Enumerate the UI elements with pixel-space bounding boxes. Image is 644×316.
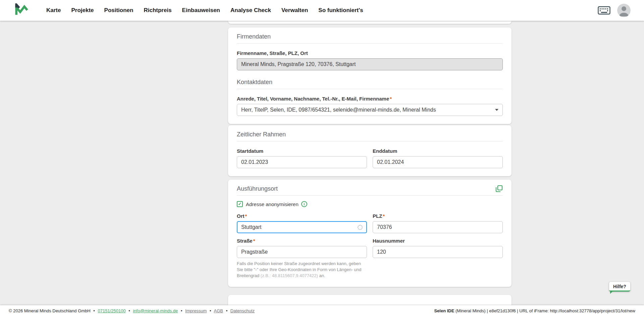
hint-example: (z.B.: 48.8115607,9.4077422): [261, 273, 318, 278]
footer-left: © 2026 Mineral Minds Deutschland GmbH • …: [9, 308, 255, 313]
divider: [237, 141, 503, 141]
footer-agb-link[interactable]: AGB: [214, 308, 223, 313]
mineral-minds-logo[interactable]: [15, 3, 29, 17]
startdatum-input[interactable]: 02.01.2023: [237, 156, 367, 168]
page-content: Firmendaten Firmenname, Straße, PLZ, Ort…: [0, 21, 644, 316]
plz-field: PLZ* 70376: [373, 213, 503, 233]
footer-datenschutz-link[interactable]: Datenschutz: [230, 308, 255, 313]
nav-item-projekte[interactable]: Projekte: [71, 7, 94, 14]
strasse-field: Straße* Pragstraße Falls die Position ke…: [237, 238, 367, 279]
firmenname-label-text: Firmenname, Straße, PLZ, Ort: [237, 50, 308, 56]
hausnummer-field: Hausnummer 120: [373, 238, 503, 279]
required-asterisk: *: [245, 213, 247, 219]
firmenname-label: Firmenname, Straße, PLZ, Ort: [237, 50, 503, 56]
hint-suffix: an.: [318, 273, 325, 278]
kontakt-select[interactable]: Herr, TitelP, Selen, IDE, 0987/654321, s…: [237, 104, 503, 116]
nav-right-actions: [598, 4, 631, 17]
keyboard-icon[interactable]: [598, 6, 610, 15]
separator: •: [210, 308, 211, 313]
footer-phone-link[interactable]: 07151/250100: [98, 308, 126, 313]
footer-email-link[interactable]: info@mineral-minds.de: [133, 308, 178, 313]
nav-item-einbauweisen[interactable]: Einbauweisen: [182, 7, 220, 14]
hausnummer-label: Hausnummer: [373, 238, 503, 244]
footer-iframe-url: (Mineral Minds) | e8ef21d130f6 | URL of …: [454, 308, 635, 313]
strasse-hint: Falls die Position keiner Straße zugeord…: [237, 261, 367, 279]
top-navigation: Karte Projekte Positionen Richtpreis Ein…: [0, 0, 644, 21]
anonymisieren-row: ✓ Adresse anonymisieren i: [237, 201, 503, 207]
enddatum-field: Enddatum 02.01.2024: [373, 148, 503, 168]
kontakt-label: Anrede, Titel, Vorname, Nachname, Tel.-N…: [237, 96, 503, 102]
anonymisieren-label[interactable]: Adresse anonymisieren: [246, 201, 299, 207]
logo-icon: [15, 3, 29, 17]
card-partial-top: [228, 21, 512, 24]
required-asterisk: *: [390, 96, 392, 102]
help-button[interactable]: Hilfe?: [609, 282, 630, 292]
plz-input[interactable]: 70376: [373, 221, 503, 233]
ausfuehrungsort-card: Ausführungsort ✓ Adresse anonymisieren i…: [228, 180, 512, 287]
separator: •: [93, 308, 95, 313]
strasse-input[interactable]: Pragstraße: [237, 246, 367, 258]
separator: •: [181, 308, 182, 313]
nav-item-karte[interactable]: Karte: [46, 7, 61, 14]
startdatum-field: Startdatum 02.01.2023: [237, 148, 367, 168]
hausnummer-input[interactable]: 120: [373, 246, 503, 258]
kontakt-label-text: Anrede, Titel, Vorname, Nachname, Tel.-N…: [237, 96, 389, 102]
footer-debug-info: Selen IDE (Mineral Minds) | e8ef21d130f6…: [434, 308, 635, 313]
divider: [237, 195, 503, 196]
required-asterisk: *: [253, 238, 255, 244]
plz-label-text: PLZ: [373, 213, 382, 219]
main-nav: Karte Projekte Positionen Richtpreis Ein…: [46, 7, 363, 14]
firmendaten-title: Firmendaten: [237, 33, 503, 40]
ort-input-value: Stuttgart: [241, 224, 261, 230]
strasse-label: Straße*: [237, 238, 367, 244]
kontaktdaten-title: Kontaktdaten: [237, 78, 503, 86]
separator: •: [128, 308, 130, 313]
divider: [237, 43, 503, 44]
footer-user-name: Selen IDE: [434, 308, 454, 313]
plz-label: PLZ*: [373, 213, 503, 219]
firmenname-input: Mineral Minds, Pragstraße 120, 70376, St…: [237, 58, 503, 70]
info-icon[interactable]: i: [301, 201, 307, 207]
required-asterisk: *: [383, 213, 385, 219]
ort-label: Ort*: [237, 213, 367, 219]
divider: [237, 89, 503, 89]
anonymisieren-checkbox[interactable]: ✓: [237, 201, 243, 207]
nav-item-so-funktionierts[interactable]: So funktioniert's: [318, 7, 363, 14]
enddatum-input[interactable]: 02.01.2024: [373, 156, 503, 168]
ort-label-text: Ort: [237, 213, 245, 219]
footer-copyright: © 2026 Mineral Minds Deutschland GmbH: [9, 308, 91, 313]
nav-item-analyse-check[interactable]: Analyse Check: [230, 7, 271, 14]
duplicate-icon[interactable]: [495, 185, 503, 192]
ort-input[interactable]: Stuttgart: [237, 221, 367, 233]
separator: •: [226, 308, 228, 313]
kontakt-select-value: Herr, TitelP, Selen, IDE, 0987/654321, s…: [241, 107, 436, 113]
startdatum-label: Startdatum: [237, 148, 367, 154]
footer: © 2026 Mineral Minds Deutschland GmbH • …: [0, 305, 644, 316]
user-avatar-icon[interactable]: [617, 4, 631, 17]
zeitlicher-rahmen-card: Zeitlicher Rahmen Startdatum 02.01.2023 …: [228, 125, 512, 176]
nav-item-richtpreis[interactable]: Richtpreis: [144, 7, 171, 14]
ort-field: Ort* Stuttgart: [237, 213, 367, 233]
strasse-label-text: Straße: [237, 238, 253, 244]
nav-item-positionen[interactable]: Positionen: [104, 7, 133, 14]
zeitlicher-rahmen-title: Zeitlicher Rahmen: [237, 131, 503, 138]
firmendaten-card: Firmendaten Firmenname, Straße, PLZ, Ort…: [228, 27, 512, 124]
caret-down-icon: [495, 109, 498, 111]
nav-item-verwalten[interactable]: Verwalten: [281, 7, 308, 14]
ausfuehrungsort-title: Ausführungsort: [237, 185, 278, 192]
footer-impressum-link[interactable]: Impressum: [185, 308, 207, 313]
enddatum-label: Enddatum: [373, 148, 503, 154]
spinner-icon: [358, 225, 363, 230]
